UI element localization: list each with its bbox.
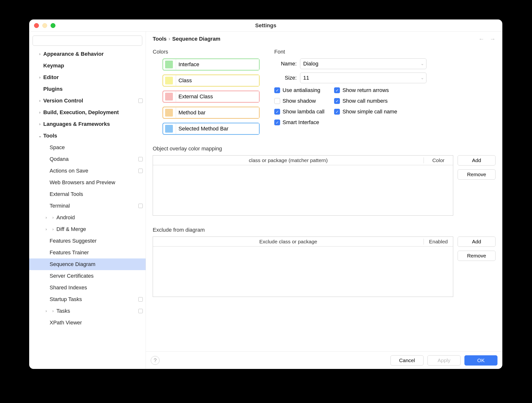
- mapping-heading: Object overlay color mapping: [153, 146, 496, 152]
- sidebar-item-label: Appearance & Behavior: [43, 51, 104, 57]
- checkbox-checked-icon[interactable]: ✓: [274, 119, 280, 125]
- chevron-right-icon: ›: [36, 99, 43, 103]
- sidebar-item-label: Space: [50, 144, 65, 151]
- color-swatch[interactable]: [165, 125, 173, 133]
- sidebar-item-label: Languages & Frameworks: [43, 121, 110, 127]
- chevron-down-icon: ⌵: [421, 76, 423, 80]
- sidebar-item-keymap[interactable]: Keymap: [29, 60, 146, 72]
- sidebar-item-label: Startup Tasks: [50, 296, 82, 302]
- mapping-add-button[interactable]: Add: [458, 155, 496, 165]
- sidebar-item-features-trainer[interactable]: Features Trainer: [29, 247, 146, 258]
- project-scope-icon: [138, 99, 143, 103]
- exclude-col-enabled[interactable]: Enabled: [424, 239, 453, 245]
- checkbox-use-antialiasing[interactable]: ✓Use antialiasing: [274, 87, 324, 93]
- color-swatch[interactable]: [165, 93, 173, 101]
- sidebar: ▾ ›Appearance & BehaviorKeymap›EditorPlu…: [29, 32, 146, 369]
- sidebar-item-build-execution-deployment[interactable]: ›Build, Execution, Deployment: [29, 107, 146, 118]
- checkbox-label: Show shadow: [283, 98, 316, 104]
- sidebar-item-label: Plugins: [43, 86, 62, 92]
- ok-button[interactable]: OK: [464, 355, 497, 366]
- sidebar-item-label: Qodana: [50, 156, 69, 162]
- sidebar-item-plugins[interactable]: Plugins: [29, 83, 146, 95]
- nav-back-icon[interactable]: ←: [479, 36, 484, 42]
- mapping-col-color[interactable]: Color: [424, 157, 453, 163]
- font-name-select[interactable]: Dialog ⌵: [300, 58, 426, 69]
- exclude-table[interactable]: Exclude class or package Enabled: [153, 237, 453, 297]
- sidebar-item-actions-on-save[interactable]: Actions on Save: [29, 165, 146, 177]
- font-size-select[interactable]: 11 ⌵: [300, 73, 426, 83]
- breadcrumb: Tools › Sequence Diagram ← →: [146, 32, 502, 46]
- mapping-remove-button[interactable]: Remove: [458, 169, 496, 180]
- checkbox-checked-icon[interactable]: ✓: [334, 87, 340, 93]
- checkbox-show-lambda-call[interactable]: ✓Show lambda call: [274, 109, 324, 115]
- sidebar-item-editor[interactable]: ›Editor: [29, 72, 146, 83]
- checkbox-unchecked-icon[interactable]: [274, 98, 280, 104]
- sidebar-item-web-browsers-and-preview[interactable]: Web Browsers and Preview: [29, 177, 146, 188]
- checkbox-label: Show call numbers: [342, 98, 388, 104]
- checkbox-label: Show return arrows: [342, 87, 389, 93]
- sidebar-item-features-suggester[interactable]: Features Suggester: [29, 235, 146, 247]
- project-scope-icon: [138, 297, 143, 302]
- sidebar-item-external-tools[interactable]: External Tools: [29, 188, 146, 200]
- sidebar-item-label: Version Control: [43, 98, 83, 104]
- sidebar-item-tasks[interactable]: ››Tasks: [29, 305, 146, 317]
- sidebar-item-startup-tasks[interactable]: Startup Tasks: [29, 293, 146, 305]
- cancel-button[interactable]: Cancel: [390, 355, 424, 366]
- checkbox-checked-icon[interactable]: ✓: [334, 98, 340, 104]
- sidebar-item-server-certificates[interactable]: Server Certificates: [29, 270, 146, 282]
- sidebar-item-android[interactable]: ››Android: [29, 212, 146, 223]
- exclude-col-pattern[interactable]: Exclude class or package: [153, 239, 424, 245]
- sidebar-item-terminal[interactable]: Terminal: [29, 200, 146, 212]
- sidebar-item-label: External Tools: [50, 191, 83, 197]
- checkbox-show-shadow[interactable]: Show shadow: [274, 98, 324, 104]
- checkbox-checked-icon[interactable]: ✓: [274, 109, 280, 115]
- sidebar-item-label: Shared Indexes: [50, 284, 87, 291]
- checkbox-label: Show simple call name: [342, 109, 397, 115]
- project-scope-icon: [138, 157, 143, 161]
- color-swatch[interactable]: [165, 109, 173, 117]
- color-row-class[interactable]: Class: [162, 74, 260, 87]
- font-name-label: Name:: [274, 61, 297, 67]
- colors-heading: Colors: [153, 49, 260, 55]
- nav-forward-icon[interactable]: →: [490, 36, 496, 42]
- help-icon[interactable]: ?: [151, 356, 160, 365]
- exclude-remove-button[interactable]: Remove: [458, 251, 496, 261]
- breadcrumb-root[interactable]: Tools: [153, 36, 167, 42]
- exclude-add-button[interactable]: Add: [458, 237, 496, 247]
- color-row-method-bar[interactable]: Method bar: [162, 107, 260, 119]
- checkbox-smart-interface[interactable]: ✓Smart Interface: [274, 119, 324, 126]
- sidebar-item-space[interactable]: Space: [29, 142, 146, 153]
- sidebar-item-label: Terminal: [50, 203, 70, 209]
- checkbox-label: Show lambda call: [283, 109, 324, 115]
- settings-tree[interactable]: ›Appearance & BehaviorKeymap›EditorPlugi…: [29, 48, 146, 369]
- color-swatch[interactable]: [165, 61, 173, 68]
- color-row-selected-method-bar[interactable]: Selected Method Bar: [162, 123, 260, 135]
- checkbox-show-call-numbers[interactable]: ✓Show call numbers: [334, 98, 397, 104]
- sidebar-item-shared-indexes[interactable]: Shared Indexes: [29, 282, 146, 293]
- checkbox-checked-icon[interactable]: ✓: [274, 87, 280, 93]
- sidebar-item-diff-merge[interactable]: ››Diff & Merge: [29, 223, 146, 235]
- sidebar-item-xpath-viewer[interactable]: XPath Viewer: [29, 317, 146, 329]
- mapping-col-pattern[interactable]: class or package (matcher pattern): [153, 157, 424, 163]
- chevron-right-icon: ›: [50, 215, 56, 220]
- color-swatch[interactable]: [165, 77, 173, 84]
- mapping-table[interactable]: class or package (matcher pattern) Color: [153, 155, 453, 216]
- sidebar-item-tools[interactable]: ⌄Tools: [29, 130, 146, 142]
- checkbox-show-return-arrows[interactable]: ✓Show return arrows: [334, 87, 397, 93]
- checkbox-show-simple-call-name[interactable]: ✓Show simple call name: [334, 109, 397, 115]
- color-row-external-class[interactable]: External Class: [162, 91, 260, 103]
- chevron-right-icon: ›: [36, 110, 43, 115]
- sidebar-item-label: Tools: [43, 133, 57, 139]
- sidebar-item-version-control[interactable]: ›Version Control: [29, 95, 146, 107]
- chevron-down-icon: ⌄: [36, 134, 43, 138]
- apply-button[interactable]: Apply: [427, 355, 461, 366]
- chevron-right-icon: ›: [168, 36, 170, 42]
- sidebar-item-qodana[interactable]: Qodana: [29, 153, 146, 165]
- sidebar-item-label: XPath Viewer: [50, 320, 82, 326]
- search-input[interactable]: [33, 36, 142, 46]
- sidebar-item-appearance-behavior[interactable]: ›Appearance & Behavior: [29, 48, 146, 60]
- sidebar-item-sequence-diagram[interactable]: Sequence Diagram: [29, 258, 146, 270]
- color-row-interface[interactable]: Interface: [162, 58, 260, 71]
- sidebar-item-languages-frameworks[interactable]: ›Languages & Frameworks: [29, 118, 146, 130]
- checkbox-checked-icon[interactable]: ✓: [334, 109, 340, 115]
